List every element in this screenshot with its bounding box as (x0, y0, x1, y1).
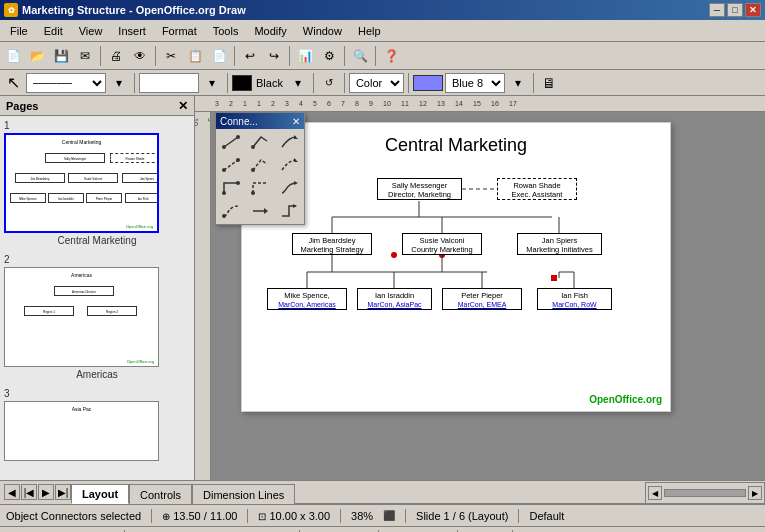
settings-button[interactable]: ⚙ (318, 45, 340, 67)
tab-layout[interactable]: Layout (71, 484, 129, 504)
connector-btn-9[interactable] (276, 177, 302, 199)
page-thumb-3[interactable]: Asia Pac (4, 401, 159, 461)
paste-button[interactable]: 📄 (208, 45, 230, 67)
save-button[interactable]: 💾 (50, 45, 72, 67)
canvas-wrapper[interactable]: Conne... ✕ (211, 112, 765, 480)
text-tool[interactable]: T (74, 529, 96, 533)
page-item-2[interactable]: 2 Americas Americas Director Region 1 Re… (4, 254, 190, 380)
pages-scroll[interactable]: 1 Central Marketing Sally Messenger Rowa… (0, 116, 194, 480)
menu-help[interactable]: Help (352, 23, 387, 39)
tab-last-button[interactable]: ▶| (55, 484, 71, 500)
chart-button[interactable]: 📊 (294, 45, 316, 67)
rotate-tool[interactable]: ↻ (383, 529, 405, 533)
menu-format[interactable]: Format (156, 23, 203, 39)
hscroll-thumb[interactable] (664, 489, 746, 497)
rect-tool[interactable]: ▭ (50, 529, 72, 533)
node-ian-i[interactable]: Ian Israddin MarCon, AsiaPac (357, 288, 432, 310)
arrow-dropdown-btn[interactable]: ▾ (108, 72, 130, 94)
node-mike[interactable]: Mike Spence, MarCon, Americas (267, 288, 347, 310)
callout-tool[interactable]: 💬 (249, 529, 271, 533)
connector-btn-7[interactable] (218, 177, 244, 199)
zoom-tool2[interactable]: 🔍 (486, 529, 508, 533)
fill-color-dropdown[interactable]: ▾ (287, 72, 309, 94)
menu-modify[interactable]: Modify (248, 23, 292, 39)
measure-input[interactable]: 0.00cm (139, 73, 199, 93)
color-reset-btn[interactable]: ↺ (318, 72, 340, 94)
fontwork-tool[interactable]: A (328, 529, 350, 533)
glue-tool[interactable]: ⊕ (304, 529, 326, 533)
page-item-1[interactable]: 1 Central Marketing Sally Messenger Rowa… (4, 120, 190, 246)
connector-btn-1[interactable] (218, 131, 244, 153)
undo-button[interactable]: ↩ (239, 45, 261, 67)
page-thumb-2[interactable]: Americas Americas Director Region 1 Regi… (4, 267, 159, 367)
connector-btn-10[interactable] (218, 200, 244, 222)
select-tool[interactable]: ↖ (2, 529, 24, 533)
connector-btn-4[interactable] (218, 154, 244, 176)
maximize-button[interactable]: □ (727, 3, 743, 17)
tab-next-button[interactable]: ▶ (38, 484, 54, 500)
diamond-tool[interactable]: ◇ (153, 529, 175, 533)
close-button[interactable]: ✕ (745, 3, 761, 17)
node-jim[interactable]: Jim Beardsley Marketing Strategy (292, 233, 372, 255)
open-button[interactable]: 📂 (26, 45, 48, 67)
print-button[interactable]: 🖨 (105, 45, 127, 67)
node-rowan[interactable]: Rowan Shade Exec. Assistant (497, 178, 577, 200)
color-tool[interactable]: 🎨 (462, 529, 484, 533)
menu-view[interactable]: View (73, 23, 109, 39)
measure-unit-btn[interactable]: ▾ (201, 72, 223, 94)
preview-button[interactable]: 👁 (129, 45, 151, 67)
cursor-tool[interactable]: ⬓ (98, 529, 120, 533)
connector-btn-11[interactable] (247, 200, 273, 222)
tab-first-button[interactable]: |◀ (21, 484, 37, 500)
shadow-tool[interactable]: ▣ (431, 529, 453, 533)
arrow-tool[interactable]: ↖ (2, 72, 24, 94)
redo-button[interactable]: ↪ (263, 45, 285, 67)
node-susie[interactable]: Susie Valconi Country Marketing (402, 233, 482, 255)
new-button[interactable]: 📄 (2, 45, 24, 67)
minimize-button[interactable]: ─ (709, 3, 725, 17)
help-button[interactable]: ❓ (380, 45, 402, 67)
menu-insert[interactable]: Insert (112, 23, 152, 39)
line-color-select[interactable]: Blue 8 (445, 73, 505, 93)
extra1[interactable]: ▸▸ (517, 529, 539, 533)
connector-btn-8[interactable] (247, 177, 273, 199)
align-tool[interactable]: ▦ (407, 529, 429, 533)
connector-btn-3[interactable] (276, 131, 302, 153)
connector-btn-5[interactable] (247, 154, 273, 176)
copy-button[interactable]: 📋 (184, 45, 206, 67)
connector-toolbar-close[interactable]: ✕ (292, 116, 300, 127)
zoom-indicator[interactable]: ⬛ (383, 510, 395, 521)
node-jan[interactable]: Jan Spiers Marketing Initiatives (517, 233, 602, 255)
connector-btn-2[interactable] (247, 131, 273, 153)
menu-window[interactable]: Window (297, 23, 348, 39)
image-tool[interactable]: 🖼 (352, 529, 374, 533)
curve-tool[interactable]: ↗ (129, 529, 151, 533)
face-tool[interactable]: ☺ (177, 529, 199, 533)
zoom-button[interactable]: 🔍 (349, 45, 371, 67)
menu-edit[interactable]: Edit (38, 23, 69, 39)
page-item-3[interactable]: 3 Asia Pac (4, 388, 190, 461)
node-sally[interactable]: Sally Messenger Director, Marketing (377, 178, 462, 200)
monitor-btn[interactable]: 🖥 (538, 72, 560, 94)
node-peter[interactable]: Peter Pieper MarCon, EMEA (442, 288, 522, 310)
arrow-tool[interactable]: ↔ (201, 529, 223, 533)
pages-close-button[interactable]: ✕ (178, 99, 188, 113)
line-tool[interactable]: ╱ (26, 529, 48, 533)
connector-btn-6[interactable] (276, 154, 302, 176)
cut-button[interactable]: ✂ (160, 45, 182, 67)
page-thumb-1[interactable]: Central Marketing Sally Messenger Rowan … (4, 133, 159, 233)
star-tool[interactable]: ★ (273, 529, 295, 533)
menu-file[interactable]: File (4, 23, 34, 39)
hscroll-right-btn[interactable]: ▶ (748, 486, 762, 500)
tab-prev-button[interactable]: ◀ (4, 484, 20, 500)
connector-toolbar-header[interactable]: Conne... ✕ (216, 113, 304, 129)
line-color-dropdown[interactable]: ▾ (507, 72, 529, 94)
arrow-style-select[interactable]: ───── (26, 73, 106, 93)
node-ian-f[interactable]: Ian Fish MarCon, RoW (537, 288, 612, 310)
menu-tools[interactable]: Tools (207, 23, 245, 39)
tab-dimension-lines[interactable]: Dimension Lines (192, 484, 295, 504)
tab-controls[interactable]: Controls (129, 484, 192, 504)
hscroll-bar[interactable]: ◀ ▶ (645, 482, 765, 504)
flowchart-tool[interactable]: ⬚ (225, 529, 247, 533)
connector-btn-12[interactable] (276, 200, 302, 222)
